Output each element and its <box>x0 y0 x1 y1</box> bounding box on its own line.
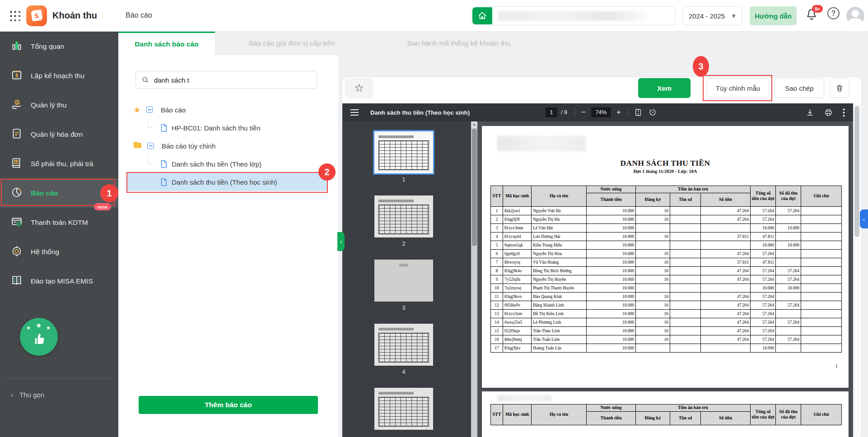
tree-connector <box>148 155 154 164</box>
app-logo-icon[interactable]: S <box>26 5 47 26</box>
gear-icon <box>11 245 23 259</box>
sidebar-divider <box>5 378 113 379</box>
sidebar-item-9[interactable]: Đào tạo MISA EMIS <box>0 266 118 296</box>
sidebar-item-1[interactable]: Tổng quan <box>0 32 118 61</box>
right-panel-expand-tab[interactable]: ‹ <box>860 209 868 228</box>
tree-node-label: Báo cáo <box>161 106 186 114</box>
app-window: S Khoản thu Báo cáo 2024 - 2025 ▼ Hướng … <box>0 0 868 437</box>
sidebar-item-7[interactable]: Thanh toán KDTMNew <box>0 208 118 237</box>
topbar: S Khoản thu Báo cáo 2024 - 2025 ▼ Hướng … <box>0 0 868 32</box>
chart-bars-icon <box>11 40 23 53</box>
report-doc-icon <box>160 178 168 186</box>
school-header-redacted <box>497 395 551 401</box>
sidebar-item-label: Lập kế hoạch thu <box>31 72 84 80</box>
school-year-select[interactable]: 2024 - 2025 ▼ <box>683 6 742 25</box>
report-search[interactable] <box>135 71 317 89</box>
search-input[interactable] <box>154 76 299 84</box>
pdf-document-area[interactable]: DANH SÁCH THU TIỀN Đợt 1 tháng 11/2020 -… <box>477 121 853 437</box>
pdf-thumbnail-5[interactable] <box>374 388 433 430</box>
customize-template-button[interactable]: Tùy chỉnh mẫu <box>707 78 769 98</box>
thumbnails-scrollbar[interactable]: ▲ <box>471 121 477 437</box>
app-name: Khoản thu <box>52 10 97 21</box>
calendar-dollar-icon: $ <box>11 69 23 83</box>
tab-3[interactable]: Ban hành mã thống kê khoản thu <box>369 32 549 55</box>
sidebar-item-3[interactable]: $ Quản lý thu <box>0 90 118 120</box>
copy-button[interactable]: Sao chép <box>775 78 824 98</box>
collapse-minus-icon[interactable] <box>146 107 153 113</box>
report-preview-card: ☆ Xem Tùy chỉnh mẫu Sao chép Danh sách t… <box>342 77 862 437</box>
pdf-thumbnail-2[interactable] <box>374 195 433 237</box>
report-subtitle: Đợt 1 tháng 11/2020 - Lớp: 10A <box>482 169 849 174</box>
favorite-star-button[interactable]: ☆ <box>345 78 373 98</box>
report-tree-panel: ★ Báo cáo HP-BC01: Danh sách thu tiền Bá… <box>118 55 338 437</box>
avatar[interactable] <box>846 7 864 25</box>
sidebar-item-4[interactable]: Quản lý hóa đơn <box>0 120 118 149</box>
more-options-icon[interactable] <box>843 108 845 117</box>
school-year-value: 2024 - 2025 <box>689 12 725 20</box>
home-icon[interactable] <box>472 7 492 24</box>
pdf-viewer: 1234 ▲ DANH SÁCH THU TIỀN Đợt 1 tháng 11… <box>342 121 853 437</box>
add-report-button[interactable]: Thêm báo cáo <box>139 396 318 414</box>
sidebar-item-5[interactable]: $ Sổ phải thu, phải trả <box>0 149 118 178</box>
star-icon: ★ <box>36 321 42 330</box>
pdf-title: Danh sách thu tiền (Theo học sinh) <box>370 109 470 116</box>
fit-page-icon[interactable] <box>634 108 642 116</box>
collapse-minus-icon[interactable] <box>147 143 154 149</box>
hand-coin-icon: $ <box>11 98 23 112</box>
star-icon: ★ <box>26 325 31 331</box>
tree-node-3[interactable]: Báo cáo tùy chỉnh <box>118 137 338 155</box>
search-icon <box>141 76 149 84</box>
pdf-zoom-level[interactable]: 74% <box>591 107 611 117</box>
sidebar-item-label: Đào tạo MISA EMIS <box>31 277 93 285</box>
help-button[interactable]: ? <box>827 7 840 19</box>
tree-node-4[interactable]: Danh sách thu tiền (Theo lớp) <box>118 155 338 173</box>
tab-bar: Danh sách báo cáoBáo cáo gửi đơn vị cấp … <box>118 32 868 55</box>
zoom-out-icon[interactable]: − <box>581 108 586 117</box>
tree-node-label: Danh sách thu tiền (Theo lớp) <box>172 160 261 168</box>
notifications-button[interactable]: 9+ <box>805 8 821 24</box>
tab-1[interactable]: Danh sách báo cáo <box>118 32 215 55</box>
sidebar-item-2[interactable]: $ Lập kế hoạch thu <box>0 61 118 90</box>
star-icon[interactable]: ★ <box>133 105 141 115</box>
report-doc-icon <box>160 124 168 132</box>
guide-button[interactable]: Hướng dẫn <box>750 6 797 25</box>
pdf-thumbnail-3[interactable] <box>374 260 433 302</box>
annotation-badge-step3: 3 <box>693 56 709 77</box>
delete-button[interactable] <box>830 78 849 98</box>
report-doc-icon <box>160 160 168 168</box>
rotate-icon[interactable] <box>649 108 657 116</box>
tree-node-1[interactable]: ★ Báo cáo <box>118 101 338 119</box>
preview-actions: ☆ Xem Tùy chỉnh mẫu Sao chép <box>342 77 852 103</box>
sidebar-item-label: Sổ phải thu, phải trả <box>31 160 93 168</box>
sidebar-item-8[interactable]: Hệ thống <box>0 237 118 266</box>
print-icon[interactable] <box>824 108 833 117</box>
school-selector[interactable] <box>471 6 676 25</box>
tab-2[interactable]: Báo cáo gửi đơn vị cấp trên <box>215 32 369 55</box>
tree-node-5[interactable]: Danh sách thu tiền (Theo học sinh) <box>127 173 327 191</box>
pdf-menu-icon[interactable] <box>350 109 359 116</box>
sidebar-item-label: Tổng quan <box>31 42 64 51</box>
preview-scrollbar[interactable] <box>853 103 860 437</box>
view-button[interactable]: Xem <box>638 78 691 98</box>
panel-collapse-handle[interactable]: ‹ <box>337 232 345 251</box>
tree-node-2[interactable]: HP-BC01: Danh sách thu tiền <box>118 119 338 137</box>
app-grid-icon[interactable] <box>10 11 21 22</box>
topnav-bao-cao[interactable]: Báo cáo <box>126 11 152 19</box>
report-page-number: 1 <box>835 363 838 368</box>
tree-node-label: Danh sách thu tiền (Theo học sinh) <box>172 178 277 186</box>
sidebar-item-label: Hệ thống <box>31 248 59 256</box>
pdf-page-input[interactable]: 1 <box>546 107 557 117</box>
invoice-icon <box>11 128 23 141</box>
tree-node-label: Báo cáo tùy chỉnh <box>162 142 215 150</box>
scroll-up-arrow[interactable]: ▲ <box>471 121 477 128</box>
pdf-thumbnail-1[interactable] <box>374 131 433 173</box>
sidebar-collapse-button[interactable]: ‹ Thu gọn <box>0 385 118 404</box>
folder-icon[interactable] <box>133 141 142 151</box>
sidebar-item-label: Quản lý thu <box>31 101 66 109</box>
notification-badge: 9+ <box>812 5 823 13</box>
pdf-thumbnail-4[interactable] <box>374 324 433 366</box>
zoom-in-icon[interactable]: + <box>616 108 621 117</box>
download-icon[interactable] <box>806 108 814 117</box>
feedback-button[interactable]: ★ ★ ★ <box>20 318 58 356</box>
svg-text:$: $ <box>15 73 18 78</box>
